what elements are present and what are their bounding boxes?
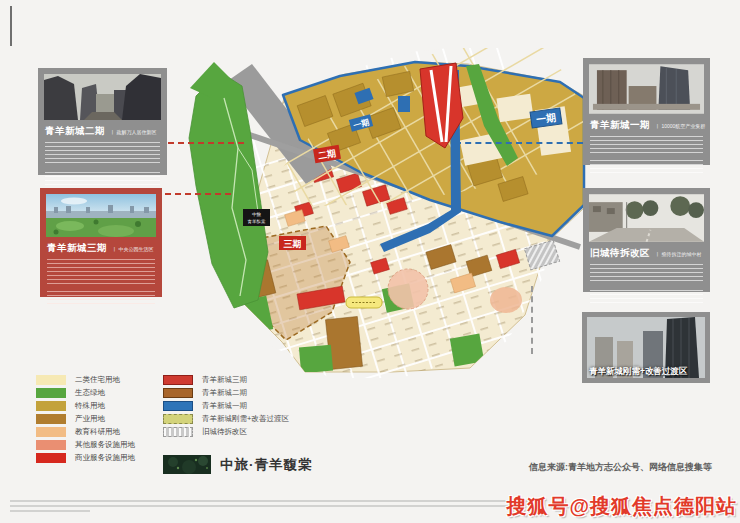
source-note: 信息来源:青羊地方志公众号、网络信息搜集等 bbox=[529, 461, 712, 474]
legend-land-use: 二类住宅用地 生态绿地 特殊用地 产业用地 教育科研用地 其他服务设施用地 商业… bbox=[36, 375, 135, 466]
legend-swatch bbox=[36, 453, 66, 463]
legend-swatch bbox=[163, 427, 193, 437]
body-text-placeholder bbox=[590, 290, 703, 304]
legend-row: 旧城待拆改区 bbox=[163, 427, 289, 437]
legend-swatch bbox=[36, 427, 66, 437]
fine-print-lines bbox=[10, 505, 510, 507]
watermark-text: 搜狐号@搜狐焦点德阳站 bbox=[506, 493, 737, 520]
fine-print-lines bbox=[10, 500, 530, 502]
legend-label: 特殊用地 bbox=[75, 401, 105, 411]
card-subtitle: 丨 中央公园生活区 bbox=[112, 246, 153, 252]
svg-text:中旅: 中旅 bbox=[252, 211, 262, 217]
legend-label: 青羊新城刚需+改善过渡区 bbox=[202, 414, 289, 424]
card-title: 青羊新城一期 bbox=[590, 119, 650, 132]
photo-oldtown-street bbox=[589, 194, 704, 242]
legend-zones: 青羊新城三期 青羊新城二期 青羊新城一期 青羊新城刚需+改善过渡区 旧城待拆改区 bbox=[163, 375, 289, 440]
legend-row: 青羊新城二期 bbox=[163, 388, 289, 398]
photo-phase3-park bbox=[46, 194, 156, 237]
legend-row: 特殊用地 bbox=[36, 401, 135, 411]
card-phase2: 青羊新城二期 丨 疏解万人居住新区 bbox=[38, 68, 167, 175]
card-title: 青羊新城三期 bbox=[47, 242, 107, 255]
legend-swatch bbox=[36, 375, 66, 385]
legend-label: 其他服务设施用地 bbox=[75, 440, 135, 450]
svg-text:三期: 三期 bbox=[284, 239, 302, 249]
legend-row: 青羊新城一期 bbox=[163, 401, 289, 411]
body-text-placeholder bbox=[47, 259, 155, 285]
map-project-marker: 中旅 青羊馥棠 bbox=[243, 209, 270, 226]
legend-label: 青羊新城三期 bbox=[202, 375, 247, 385]
fine-print-lines bbox=[10, 510, 90, 512]
card-subtitle: 丨 亟待拆迁的城中村 bbox=[655, 251, 701, 257]
card-phase3: 青羊新城三期 丨 中央公园生活区 bbox=[40, 188, 162, 297]
brand-logo-row: 中旅·青羊馥棠 bbox=[163, 455, 313, 474]
legend-row: 青羊新城刚需+改善过渡区 bbox=[163, 414, 289, 424]
legend-swatch bbox=[163, 375, 193, 385]
legend-label: 教育科研用地 bbox=[75, 427, 120, 437]
brand-logo-text: 中旅·青羊馥棠 bbox=[220, 456, 313, 474]
legend-row: 青羊新城三期 bbox=[163, 375, 289, 385]
map-pink-circle-zone bbox=[388, 269, 428, 309]
planning-map: 一期 一期 二期 三期 中旅 青羊馥棠 bbox=[165, 48, 590, 378]
connector-phase3 bbox=[165, 193, 231, 195]
map-yellow-label bbox=[346, 297, 382, 308]
card-title: 青羊新城二期 bbox=[45, 125, 105, 138]
card-transition: 青羊新城刚需+改善过渡区 bbox=[582, 312, 710, 383]
card-subtitle: 丨 疏解万人居住新区 bbox=[110, 129, 156, 135]
body-text-placeholder bbox=[45, 142, 160, 166]
card-title: 旧城待拆改区 bbox=[590, 247, 650, 260]
body-text-placeholder bbox=[47, 291, 155, 306]
legend-label: 旧城待拆改区 bbox=[202, 427, 247, 437]
legend-row: 其他服务设施用地 bbox=[36, 440, 135, 450]
card-phase1: 青羊新城一期 丨 10000航空产业集群 bbox=[583, 58, 710, 165]
legend-swatch bbox=[163, 401, 193, 411]
body-text-placeholder bbox=[45, 172, 160, 185]
poster-canvas: 一期 一期 二期 三期 中旅 青羊馥棠 bbox=[0, 0, 740, 523]
card-oldtown: 旧城待拆改区 丨 亟待拆迁的城中村 bbox=[583, 188, 710, 292]
legend-swatch bbox=[36, 388, 66, 398]
legend-swatch bbox=[36, 401, 66, 411]
legend-row: 教育科研用地 bbox=[36, 427, 135, 437]
connector-transition bbox=[531, 286, 533, 354]
body-text-placeholder bbox=[590, 264, 703, 284]
legend-label: 商业服务设施用地 bbox=[75, 453, 135, 463]
legend-label: 生态绿地 bbox=[75, 388, 105, 398]
body-text-placeholder bbox=[590, 136, 703, 154]
legend-row: 产业用地 bbox=[36, 414, 135, 424]
map-salmon-zone bbox=[490, 287, 522, 313]
map-label-phase1: 一期 bbox=[530, 108, 562, 128]
legend-row: 商业服务设施用地 bbox=[36, 453, 135, 463]
map-label-phase3: 三期 bbox=[279, 236, 306, 250]
legend-swatch bbox=[163, 414, 193, 424]
photo-phase2-city bbox=[44, 74, 161, 120]
connector-phase1 bbox=[455, 142, 583, 144]
svg-text:青羊馥棠: 青羊馥棠 bbox=[248, 219, 267, 224]
card-subtitle: 丨 10000航空产业集群 bbox=[655, 123, 705, 129]
photo-phase1-offices bbox=[589, 64, 704, 114]
brand-logo-image bbox=[163, 455, 211, 474]
legend-label: 青羊新城一期 bbox=[202, 401, 247, 411]
card-caption: 青羊新城刚需+改善过渡区 bbox=[589, 366, 687, 378]
legend-swatch bbox=[163, 388, 193, 398]
legend-swatch bbox=[36, 414, 66, 424]
legend-label: 青羊新城二期 bbox=[202, 388, 247, 398]
legend-label: 产业用地 bbox=[75, 414, 105, 424]
legend-row: 二类住宅用地 bbox=[36, 375, 135, 385]
body-text-placeholder bbox=[590, 160, 703, 176]
page-edge-line bbox=[10, 6, 12, 46]
legend-label: 二类住宅用地 bbox=[75, 375, 120, 385]
connector-phase2 bbox=[168, 142, 244, 144]
legend-swatch bbox=[36, 440, 66, 450]
legend-row: 生态绿地 bbox=[36, 388, 135, 398]
